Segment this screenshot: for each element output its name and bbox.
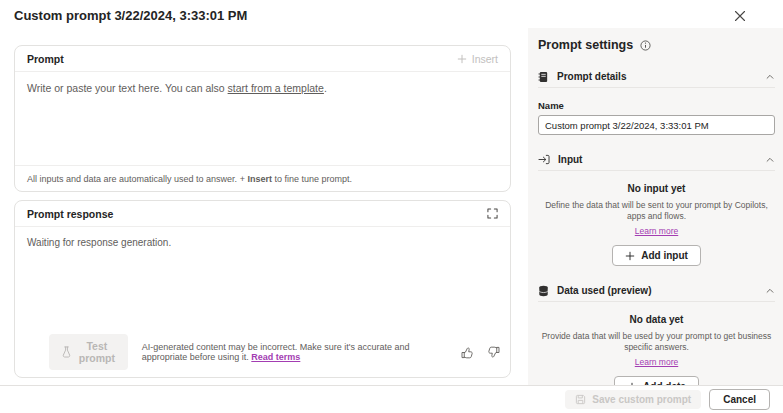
prompt-card-title: Prompt — [27, 53, 64, 65]
chevron-up-icon — [765, 72, 775, 82]
close-icon[interactable] — [731, 7, 749, 25]
arrow-import-icon — [538, 154, 550, 165]
prompt-placeholder-end: . — [324, 82, 327, 94]
notebook-icon — [538, 71, 549, 83]
start-from-template-link[interactable]: start from a template — [228, 82, 324, 94]
name-input[interactable] — [538, 115, 775, 135]
response-body: Waiting for response generation. — [15, 227, 510, 260]
page-title: Custom prompt 3/22/2024, 3:33:01 PM — [14, 8, 247, 23]
prompt-hint-text: All inputs and data are automatically us… — [27, 174, 247, 184]
prompt-hint-bar: All inputs and data are automatically us… — [15, 165, 510, 191]
database-icon — [538, 285, 549, 297]
data-learn-more-link[interactable]: Learn more — [538, 357, 775, 367]
prompt-response-card: Prompt response Waiting for response gen… — [14, 200, 511, 378]
save-custom-prompt-button[interactable]: Save custom prompt — [565, 390, 701, 409]
prompt-editor[interactable]: Write or paste your text here. You can a… — [15, 72, 510, 105]
test-prompt-label: Test prompt — [78, 340, 116, 364]
data-used-label: Data used (preview) — [557, 285, 651, 296]
prompt-details-label: Prompt details — [557, 71, 626, 82]
response-card-header: Prompt response — [15, 201, 510, 227]
insert-button[interactable]: Insert — [457, 53, 498, 65]
feedback-icons — [461, 346, 500, 359]
prompt-hint-insert: Insert — [247, 174, 272, 184]
data-empty-title: No data yet — [538, 314, 775, 325]
thumbs-up-icon[interactable] — [461, 346, 474, 359]
cancel-button-label: Cancel — [723, 394, 756, 405]
settings-title: Prompt settings — [538, 38, 633, 52]
data-empty-desc: Provide data that will be used by your p… — [538, 331, 775, 353]
data-used-header[interactable]: Data used (preview) — [538, 280, 775, 302]
input-header[interactable]: Input — [538, 149, 775, 171]
section-input: Input No input yet Define the data that … — [538, 149, 775, 266]
ai-disclaimer: AI-generated content may be incorrect. M… — [142, 342, 447, 362]
read-terms-link[interactable]: Read terms — [251, 352, 300, 362]
footer-bar: Save custom prompt Cancel — [0, 385, 783, 413]
add-input-button[interactable]: Add input — [612, 245, 701, 266]
response-card-title: Prompt response — [27, 208, 113, 220]
insert-button-label: Insert — [472, 53, 498, 65]
input-empty-title: No input yet — [538, 183, 775, 194]
test-prompt-button[interactable]: Test prompt — [49, 334, 128, 370]
prompt-settings-panel: Prompt settings Prompt details Name Inpu… — [528, 28, 783, 385]
plus-icon — [457, 54, 467, 64]
prompt-details-header[interactable]: Prompt details — [538, 66, 775, 88]
name-label: Name — [538, 100, 775, 111]
section-data-used: Data used (preview) No data yet Provide … — [538, 280, 775, 397]
prompt-card: Prompt Insert Write or paste your text h… — [14, 45, 511, 192]
prompt-card-header: Prompt Insert — [15, 46, 510, 72]
test-row: Test prompt AI-generated content may be … — [49, 334, 500, 370]
save-icon — [575, 394, 586, 405]
plus-icon — [625, 251, 635, 261]
chevron-up-icon — [765, 155, 775, 165]
info-icon[interactable] — [640, 40, 651, 51]
beaker-icon — [61, 346, 72, 358]
add-input-label: Add input — [641, 250, 688, 261]
prompt-hint-end: to fine tune prompt. — [272, 174, 352, 184]
input-empty-desc: Define the data that will be sent to you… — [538, 200, 775, 222]
input-learn-more-link[interactable]: Learn more — [538, 226, 775, 236]
input-label: Input — [558, 154, 582, 165]
chevron-up-icon — [765, 286, 775, 296]
thumbs-down-icon[interactable] — [487, 346, 500, 359]
section-prompt-details: Prompt details Name — [538, 66, 775, 135]
prompt-placeholder-text: Write or paste your text here. You can a… — [27, 82, 228, 94]
expand-icon[interactable] — [487, 208, 498, 219]
save-button-label: Save custom prompt — [592, 394, 691, 405]
settings-title-row: Prompt settings — [538, 38, 775, 52]
cancel-button[interactable]: Cancel — [709, 389, 770, 410]
